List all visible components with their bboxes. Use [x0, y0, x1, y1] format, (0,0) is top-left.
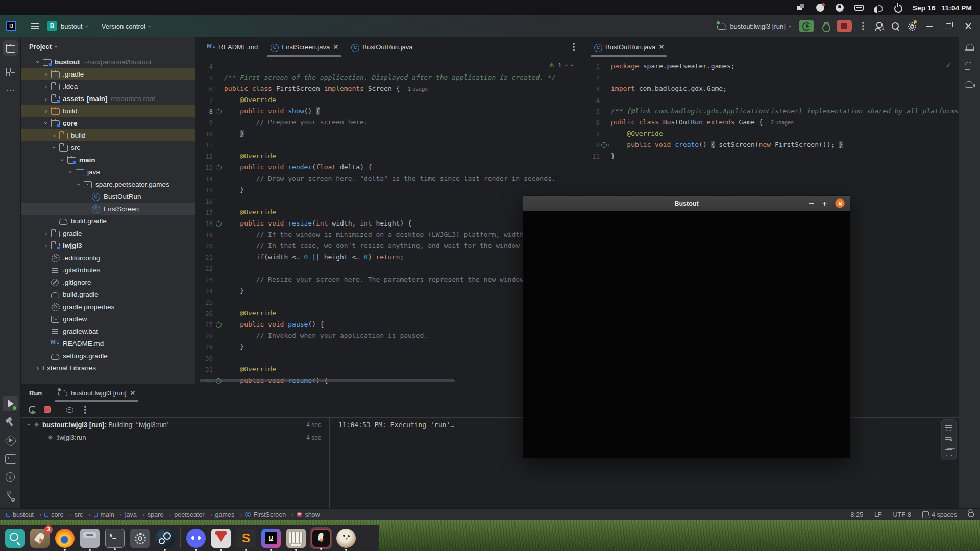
tree-item-assets[interactable]: assets [main] resources root: [21, 92, 195, 105]
tree-item-bustout[interactable]: bustout ~/src/personal/bustout: [21, 56, 195, 68]
bird-avatar-icon[interactable]: [336, 529, 356, 548]
tree-item-bustoutrun[interactable]: BustOutRun: [21, 190, 195, 203]
horizontal-scrollbar[interactable]: [200, 379, 455, 382]
tab-readme[interactable]: README.md: [201, 37, 264, 57]
code-with-me-button[interactable]: [874, 21, 884, 31]
chevron-icon[interactable]: [50, 132, 59, 139]
breadcrumb-peetseater[interactable]: peetseater: [174, 511, 213, 518]
tree-item-main[interactable]: main: [21, 154, 195, 166]
tab-firstscreen[interactable]: FirstScreen.java: [264, 37, 345, 57]
inspections-ok-icon[interactable]: [945, 61, 951, 69]
tree-item-build-gradle[interactable]: build.gradle: [21, 288, 195, 300]
tab-options-button[interactable]: [573, 46, 575, 48]
maximize-button[interactable]: +: [822, 201, 827, 206]
chevron-icon[interactable]: [33, 364, 42, 372]
bustout-title-bar[interactable]: Bustout +: [523, 196, 850, 211]
package-manager-icon[interactable]: [211, 529, 231, 548]
notifications-button[interactable]: [962, 40, 977, 56]
bustout-game-icon[interactable]: [311, 529, 331, 548]
version-control-widget[interactable]: Version control: [102, 22, 151, 30]
services-tool-button[interactable]: [3, 433, 18, 448]
chevron-icon[interactable]: [41, 242, 51, 249]
chevron-icon[interactable]: [41, 70, 51, 78]
tree-item-core-build[interactable]: build: [21, 129, 195, 141]
close-tab-icon[interactable]: [130, 390, 135, 395]
project-panel-header[interactable]: Project: [21, 37, 195, 56]
tree-item-readme[interactable]: README.md: [21, 337, 195, 349]
soft-wrap-button[interactable]: [945, 424, 953, 431]
running-devices-button[interactable]: [962, 59, 977, 74]
chevron-icon[interactable]: [41, 107, 51, 115]
tree-item-gradle[interactable]: gradle: [21, 227, 195, 239]
minimize-window-button[interactable]: [926, 26, 933, 27]
discord-icon[interactable]: [186, 529, 206, 548]
tree-item-gradlew-bat[interactable]: gradlew.bat: [21, 325, 195, 337]
breadcrumb-src[interactable]: src: [75, 511, 92, 518]
chevron-icon[interactable]: [33, 58, 42, 66]
project-tool-button[interactable]: [3, 40, 18, 56]
stop-process-button[interactable]: [44, 406, 51, 413]
run-button[interactable]: [799, 20, 814, 32]
debug-button[interactable]: [821, 21, 829, 31]
tree-item-firstscreen[interactable]: FirstScreen: [21, 203, 195, 215]
problems-tool-button[interactable]: [3, 469, 18, 485]
tree-item-gitattributes[interactable]: .gitattributes: [21, 264, 195, 276]
chevron-icon[interactable]: [41, 95, 51, 103]
tree-item-settings-gradle[interactable]: settings.gradle: [21, 349, 195, 362]
bustout-game-canvas[interactable]: [523, 211, 850, 458]
line-ending-widget[interactable]: LF: [874, 511, 882, 518]
tree-item-src[interactable]: src: [21, 141, 195, 154]
app-finder-icon[interactable]: [5, 529, 24, 548]
breadcrumb-show[interactable]: show: [297, 511, 320, 518]
tree-item-core-build-gradle[interactable]: build.gradle: [21, 215, 195, 227]
tree-item-gradlew[interactable]: gradlew: [21, 313, 195, 325]
main-menu-button[interactable]: [31, 23, 39, 29]
close-window-button[interactable]: [965, 22, 972, 30]
search-everywhere-button[interactable]: [891, 21, 900, 31]
steam-tray-icon[interactable]: [835, 3, 844, 12]
breadcrumb-java[interactable]: java: [125, 511, 145, 518]
build-tool-button[interactable]: [3, 414, 18, 430]
build-tree-row[interactable]: :lwjgl3:run 4 sec: [21, 431, 329, 444]
keyboard-tray-icon[interactable]: [854, 3, 864, 12]
clear-console-button[interactable]: [945, 448, 953, 456]
journal-app-icon[interactable]: 3: [30, 529, 50, 548]
settings-button[interactable]: [907, 21, 916, 31]
tree-item-idea-dir[interactable]: .idea: [21, 80, 195, 92]
breadcrumb-spare[interactable]: spare: [148, 511, 172, 518]
breadcrumb-main[interactable]: main: [94, 511, 123, 518]
tree-item-gradle-dir[interactable]: .gradle: [21, 68, 195, 80]
firefox-icon[interactable]: [55, 529, 75, 548]
panel-divider[interactable]: [329, 418, 330, 508]
keyboard-app-icon[interactable]: [286, 529, 306, 548]
sublime-text-icon[interactable]: [236, 529, 256, 548]
version-control-tool-button[interactable]: [3, 488, 18, 503]
volume-tray-icon[interactable]: [874, 3, 883, 12]
power-tray-icon[interactable]: [893, 3, 902, 12]
console-output[interactable]: 11:04:53 PM: Executing 'run'…: [338, 421, 454, 429]
chevron-icon[interactable]: [50, 144, 59, 152]
terminal-tool-button[interactable]: [3, 451, 18, 466]
tree-item-build[interactable]: build: [21, 105, 195, 117]
filter-button[interactable]: [65, 405, 74, 414]
next-problem-icon[interactable]: [569, 64, 576, 66]
terminal-icon[interactable]: [105, 529, 125, 548]
breadcrumb-games[interactable]: games: [215, 511, 243, 518]
tab-bustoutrun[interactable]: BustOutRun.java: [345, 37, 419, 57]
tab-bustoutrun-right[interactable]: BustOutRun.java: [587, 37, 670, 57]
chevron-icon[interactable]: [41, 230, 51, 237]
tree-item-java[interactable]: java: [21, 166, 195, 178]
project-widget[interactable]: bustout: [61, 22, 88, 30]
tree-item-lwjgl3[interactable]: lwjgl3: [21, 239, 195, 252]
tree-item-external-libraries[interactable]: External Libraries: [21, 362, 195, 374]
run-tab[interactable]: bustout:lwjgl3 [run]: [53, 384, 140, 402]
settings-app-icon[interactable]: [130, 529, 150, 548]
more-tools-button[interactable]: [3, 83, 18, 98]
chevron-icon[interactable]: [66, 168, 75, 176]
tree-item-package[interactable]: spare.peetseater.games: [21, 178, 195, 190]
tree-item-gradle-properties[interactable]: gradle.properties: [21, 300, 195, 313]
unlock-icon[interactable]: [968, 512, 974, 517]
file-manager-icon[interactable]: [80, 529, 100, 548]
intellij-idea-icon[interactable]: [261, 529, 281, 548]
chevron-icon[interactable]: [41, 83, 51, 90]
